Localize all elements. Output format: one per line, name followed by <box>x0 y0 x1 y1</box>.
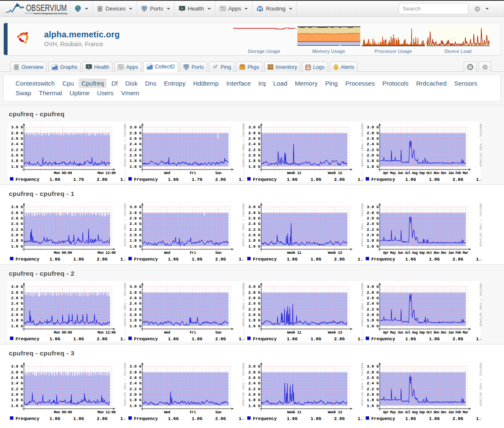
svg-text:2.2 G: 2.2 G <box>130 387 142 391</box>
svg-text:Jun: Jun <box>397 171 403 175</box>
svg-text:May: May <box>390 331 396 335</box>
svg-text:2.2 G: 2.2 G <box>248 148 260 152</box>
svg-text:1.6G: 1.6G <box>405 257 416 262</box>
svg-text:2.8 G: 2.8 G <box>367 211 379 215</box>
svg-text:2.0 G: 2.0 G <box>130 153 142 158</box>
svg-text:1.6 G: 1.6 G <box>11 404 23 408</box>
svg-text:2.2 G: 2.2 G <box>248 307 260 312</box>
svg-text:2.2 G: 2.2 G <box>11 148 23 152</box>
svg-text:1.8 G: 1.8 G <box>11 159 23 163</box>
svg-text:Dec: Dec <box>441 410 447 415</box>
svg-text:Jan: Jan <box>448 171 454 175</box>
svg-text:2.6 G: 2.6 G <box>11 216 23 221</box>
svg-text:2.8G: 2.8G <box>334 257 344 262</box>
svg-text:2.2 G: 2.2 G <box>367 387 379 391</box>
svg-text:RRDTOOL / TOBI OETIKER: RRDTOOL / TOBI OETIKER <box>479 363 482 406</box>
svg-text:1.7G: 1.7G <box>74 177 84 182</box>
svg-text:2.8G: 2.8G <box>453 416 463 421</box>
svg-text:Frequency: Frequency <box>134 257 158 262</box>
svg-text:2.6 G: 2.6 G <box>367 136 379 141</box>
svg-text:2.4 G: 2.4 G <box>11 142 23 146</box>
svg-text:Frequency: Frequency <box>371 337 395 342</box>
svg-text:Nov: Nov <box>434 171 440 175</box>
svg-text:Nov: Nov <box>434 251 440 255</box>
svg-text:May: May <box>390 410 396 415</box>
svg-text:1.6 G: 1.6 G <box>248 324 260 329</box>
svg-text:Jun: Jun <box>397 410 403 415</box>
svg-text:Dec: Dec <box>441 251 447 255</box>
svg-text:2.4 G: 2.4 G <box>367 381 379 386</box>
svg-text:RRDTOOL / TOBI OETIKER: RRDTOOL / TOBI OETIKER <box>479 283 482 326</box>
svg-text:2.6 G: 2.6 G <box>248 136 260 141</box>
svg-text:3.0 G: 3.0 G <box>248 205 260 209</box>
svg-text:1.6 G: 1.6 G <box>11 324 23 329</box>
svg-text:1.6 G: 1.6 G <box>11 164 23 169</box>
svg-text:2.6 G: 2.6 G <box>367 216 379 221</box>
svg-text:1.8G: 1.8G <box>74 416 84 421</box>
svg-text:2.6 G: 2.6 G <box>130 296 142 300</box>
svg-text:2.8G: 2.8G <box>215 337 226 342</box>
svg-text:1.8 G: 1.8 G <box>367 238 379 243</box>
svg-text:Week 13: Week 13 <box>328 171 342 175</box>
svg-text:Apr: Apr <box>383 410 389 415</box>
svg-text:Jan: Jan <box>448 331 454 335</box>
svg-text:1.6 G: 1.6 G <box>130 324 142 329</box>
svg-text:Week 13: Week 13 <box>328 251 342 255</box>
svg-text:1.8G: 1.8G <box>310 337 321 342</box>
svg-text:2.0 G: 2.0 G <box>130 313 142 317</box>
svg-text:Mon 00:00: Mon 00:00 <box>54 331 72 335</box>
svg-text:2.8 G: 2.8 G <box>11 211 23 215</box>
svg-text:1.8 G: 1.8 G <box>367 398 379 402</box>
svg-text:2.2 G: 2.2 G <box>130 307 142 312</box>
svg-text:2.8G: 2.8G <box>97 177 108 182</box>
svg-text:2.4 G: 2.4 G <box>130 222 142 226</box>
svg-text:1.8G: 1.8G <box>429 177 440 182</box>
svg-text:2.4 G: 2.4 G <box>11 301 23 306</box>
svg-text:1.6G: 1.6G <box>287 177 297 182</box>
svg-text:2.6 G: 2.6 G <box>130 216 142 221</box>
svg-text:2.8G: 2.8G <box>97 257 108 262</box>
svg-text:2.0 G: 2.0 G <box>11 392 23 397</box>
svg-text:2.8 G: 2.8 G <box>367 370 379 375</box>
svg-text:Frequency: Frequency <box>16 177 39 182</box>
svg-text:2.4 G: 2.4 G <box>367 301 379 306</box>
svg-text:2.8 G: 2.8 G <box>130 370 142 375</box>
svg-text:Frequency: Frequency <box>16 416 39 421</box>
svg-text:2.6 G: 2.6 G <box>248 296 260 300</box>
svg-text:2.8 G: 2.8 G <box>248 290 260 295</box>
svg-text:2.0 G: 2.0 G <box>11 233 23 237</box>
svg-text:Dec: Dec <box>441 331 447 335</box>
svg-text:2.4 G: 2.4 G <box>367 222 379 226</box>
svg-text:1.8G: 1.8G <box>310 257 321 262</box>
svg-text:3.0 G: 3.0 G <box>130 364 142 369</box>
svg-text:Mar: Mar <box>463 331 469 335</box>
svg-text:2.8 G: 2.8 G <box>248 370 260 375</box>
svg-text:1.8 G: 1.8 G <box>130 398 142 402</box>
svg-text:2.0 G: 2.0 G <box>11 153 23 158</box>
svg-text:1.6G: 1.6G <box>405 337 416 342</box>
svg-text:2.8G: 2.8G <box>97 337 108 342</box>
svg-text:2.0 G: 2.0 G <box>248 392 260 397</box>
svg-text:2.4 G: 2.4 G <box>248 301 260 306</box>
svg-text:1.8 G: 1.8 G <box>130 159 142 163</box>
svg-text:2.6 G: 2.6 G <box>248 216 260 221</box>
svg-text:1.6G: 1.6G <box>168 337 178 342</box>
svg-text:1.6 G: 1.6 G <box>130 164 142 169</box>
svg-text:Week 11: Week 11 <box>287 251 302 255</box>
svg-text:RRDTOOL / TOBI OETIKER: RRDTOOL / TOBI OETIKER <box>479 204 482 247</box>
svg-text:Jul: Jul <box>405 331 411 335</box>
svg-text:2.2 G: 2.2 G <box>11 387 23 391</box>
svg-text:Feb: Feb <box>455 410 461 415</box>
svg-text:1.6 G: 1.6 G <box>130 244 142 249</box>
svg-text:1.6G: 1.6G <box>50 337 60 342</box>
svg-text:2.8 G: 2.8 G <box>367 131 379 136</box>
svg-text:1.8G: 1.8G <box>192 257 202 262</box>
svg-text:Nov: Nov <box>434 410 440 415</box>
svg-text:Mar: Mar <box>463 251 469 255</box>
svg-text:Wed: Wed <box>164 331 171 335</box>
svg-text:1.8: 1.8 <box>476 337 482 342</box>
svg-text:1.6 G: 1.6 G <box>130 404 142 408</box>
svg-text:2.4 G: 2.4 G <box>367 142 379 146</box>
svg-text:2.6 G: 2.6 G <box>367 376 379 380</box>
svg-text:2.0 G: 2.0 G <box>130 392 142 397</box>
